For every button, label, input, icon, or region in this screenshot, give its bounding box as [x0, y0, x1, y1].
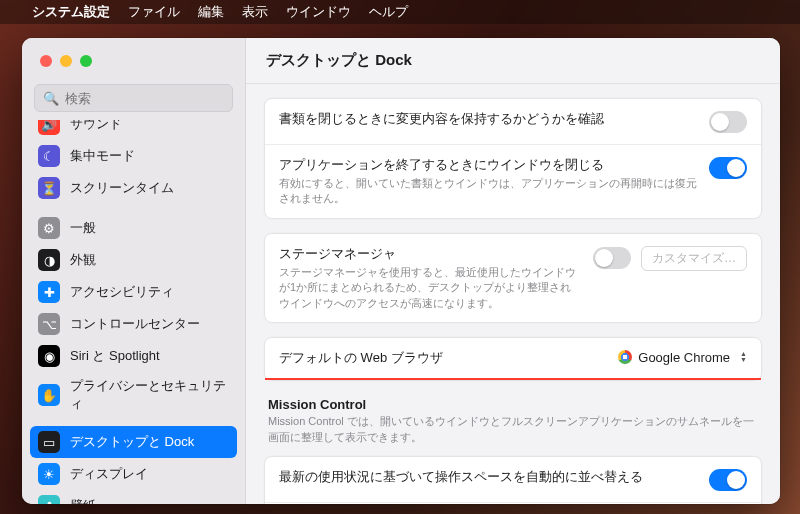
settings-group-default-browser: デフォルトの Web ブラウザ Google Chrome ▲▼: [264, 337, 762, 381]
menubar-item[interactable]: ウインドウ: [286, 3, 351, 21]
sidebar-item-label: スクリーンタイム: [70, 179, 174, 197]
search-field[interactable]: 🔍: [34, 84, 233, 112]
sidebar-item-label: コントロールセンター: [70, 315, 200, 333]
menubar-app-name[interactable]: システム設定: [32, 3, 110, 21]
sidebar-item-label: 集中モード: [70, 147, 135, 165]
sidebar-icon: ◉: [38, 345, 60, 367]
settings-group-stage-manager: ステージマネージャ ステージマネージャを使用すると、最近使用したウインドウが1か…: [264, 233, 762, 323]
content-body: 書類を閉じるときに変更内容を保持するかどうかを確認 アプリケーションを終了すると…: [246, 84, 780, 504]
page-title: デスクトップと Dock: [246, 38, 780, 84]
settings-group-mission-control: 最新の使用状況に基づいて操作スペースを自動的に並べ替える アプリケーションの切り…: [264, 456, 762, 504]
sidebar-icon: ☀: [38, 463, 60, 485]
sidebar-item[interactable]: ▭デスクトップと Dock: [30, 426, 237, 458]
section-description: Mission Control では、開いているウインドウとフルスクリーンアプリ…: [264, 414, 762, 456]
setting-row-default-browser: デフォルトの Web ブラウザ Google Chrome ▲▼: [265, 338, 761, 380]
sidebar-item[interactable]: ⌥コントロールセンター: [30, 308, 237, 340]
sidebar-item-label: 一般: [70, 219, 96, 237]
sidebar-item[interactable]: ◑外観: [30, 244, 237, 276]
menubar-item[interactable]: ヘルプ: [369, 3, 408, 21]
sidebar-item-label: ディスプレイ: [70, 465, 148, 483]
zoom-button[interactable]: [80, 55, 92, 67]
content-pane: デスクトップと Dock 書類を閉じるときに変更内容を保持するかどうかを確認 ア…: [246, 38, 780, 504]
sidebar-item[interactable]: 🔊サウンド: [30, 120, 237, 140]
chrome-icon: [618, 350, 632, 364]
search-input[interactable]: [65, 91, 233, 106]
setting-label: ステージマネージャ: [279, 245, 581, 263]
sidebar-item-label: 外観: [70, 251, 96, 269]
sidebar-item[interactable]: ⚙一般: [30, 212, 237, 244]
menubar: システム設定 ファイル 編集 表示 ウインドウ ヘルプ: [0, 0, 800, 24]
sidebar-item[interactable]: ✋プライバシーとセキュリティ: [30, 372, 237, 418]
default-browser-value: Google Chrome: [638, 350, 730, 365]
sidebar-item[interactable]: ☾集中モード: [30, 140, 237, 172]
sidebar-icon: ✚: [38, 281, 60, 303]
sidebar-icon: ⚙: [38, 217, 60, 239]
sidebar-icon: ☾: [38, 145, 60, 167]
toggle-stage-manager[interactable]: [593, 247, 631, 269]
menubar-item[interactable]: 編集: [198, 3, 224, 21]
sidebar-item-label: Siri と Spotlight: [70, 347, 160, 365]
sidebar-item[interactable]: ☀ディスプレイ: [30, 458, 237, 490]
toggle-confirm-save[interactable]: [709, 111, 747, 133]
sidebar-icon: ✿: [38, 495, 60, 504]
menubar-item[interactable]: ファイル: [128, 3, 180, 21]
sidebar-item-label: アクセシビリティ: [70, 283, 174, 301]
setting-description: ステージマネージャを使用すると、最近使用したウインドウが1か所にまとめられるため…: [279, 265, 581, 311]
sidebar-item[interactable]: ⏳スクリーンタイム: [30, 172, 237, 204]
settings-window: 🔍 🔊サウンド☾集中モード⏳スクリーンタイム⚙一般◑外観✚アクセシビリティ⌥コン…: [22, 38, 780, 504]
setting-label: デフォルトの Web ブラウザ: [279, 349, 606, 367]
sidebar-icon: 🔊: [38, 120, 60, 135]
default-browser-popup[interactable]: Google Chrome ▲▼: [618, 350, 747, 365]
toggle-auto-rearrange[interactable]: [709, 469, 747, 491]
sidebar-item-label: デスクトップと Dock: [70, 433, 194, 451]
setting-label: アプリケーションを終了するときにウインドウを閉じる: [279, 156, 697, 174]
window-controls: [22, 38, 245, 84]
sidebar-item[interactable]: ✚アクセシビリティ: [30, 276, 237, 308]
sidebar-item-label: 壁紙: [70, 497, 96, 504]
sidebar: 🔍 🔊サウンド☾集中モード⏳スクリーンタイム⚙一般◑外観✚アクセシビリティ⌥コン…: [22, 38, 246, 504]
search-icon: 🔍: [43, 91, 59, 106]
close-button[interactable]: [40, 55, 52, 67]
setting-row-auto-rearrange-spaces: 最新の使用状況に基づいて操作スペースを自動的に並べ替える: [265, 457, 761, 503]
setting-description: 有効にすると、開いていた書類とウインドウは、アプリケーションの再開時には復元され…: [279, 176, 697, 207]
sidebar-item-label: サウンド: [70, 120, 122, 133]
section-heading-mission-control: Mission Control: [264, 395, 762, 414]
setting-row-confirm-save: 書類を閉じるときに変更内容を保持するかどうかを確認: [265, 99, 761, 145]
setting-label: 書類を閉じるときに変更内容を保持するかどうかを確認: [279, 110, 697, 128]
setting-label: 最新の使用状況に基づいて操作スペースを自動的に並べ替える: [279, 468, 697, 486]
sidebar-icon: ⌥: [38, 313, 60, 335]
setting-row-close-on-quit: アプリケーションを終了するときにウインドウを閉じる 有効にすると、開いていた書類…: [265, 145, 761, 218]
sidebar-icon: ▭: [38, 431, 60, 453]
settings-group: 書類を閉じるときに変更内容を保持するかどうかを確認 アプリケーションを終了すると…: [264, 98, 762, 219]
toggle-close-on-quit[interactable]: [709, 157, 747, 179]
sidebar-item[interactable]: ◉Siri と Spotlight: [30, 340, 237, 372]
minimize-button[interactable]: [60, 55, 72, 67]
sidebar-icon: ✋: [38, 384, 60, 406]
menubar-item[interactable]: 表示: [242, 3, 268, 21]
sidebar-item-label: プライバシーとセキュリティ: [70, 377, 229, 413]
customize-button[interactable]: カスタマイズ…: [641, 246, 747, 271]
sidebar-icon: ◑: [38, 249, 60, 271]
sidebar-item[interactable]: ✿壁紙: [30, 490, 237, 504]
popup-stepper-icon: ▲▼: [740, 351, 747, 363]
setting-row-switch-space-on-app: アプリケーションの切り替えで、アプリケーションのウインドウが開いている操作スペー…: [265, 503, 761, 504]
sidebar-list: 🔊サウンド☾集中モード⏳スクリーンタイム⚙一般◑外観✚アクセシビリティ⌥コントロ…: [22, 120, 245, 504]
sidebar-icon: ⏳: [38, 177, 60, 199]
setting-row-stage-manager: ステージマネージャ ステージマネージャを使用すると、最近使用したウインドウが1か…: [265, 234, 761, 322]
